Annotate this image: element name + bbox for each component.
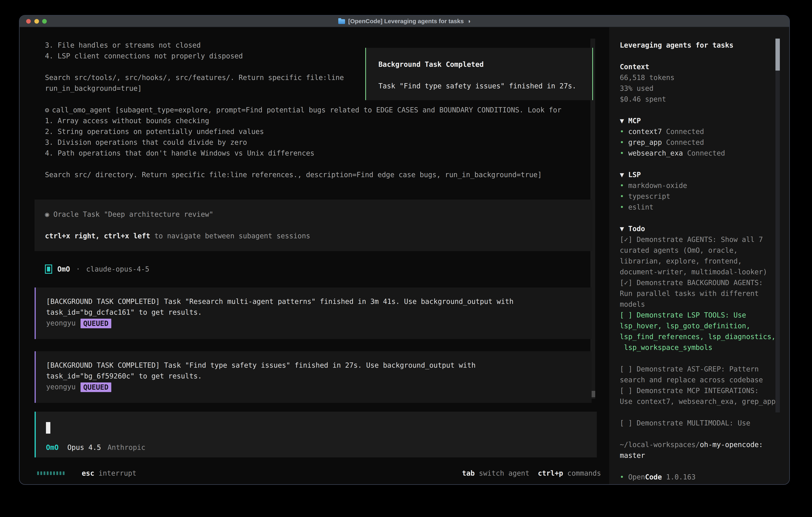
activity-dots <box>37 468 64 479</box>
workspace-branch: master <box>620 450 645 461</box>
todo-item-line: [✓] Demonstrate AGENTS: Show all 7 <box>620 234 782 245</box>
toast-body: Task "Find type safety issues" finished … <box>378 81 576 91</box>
task-author: yeongyu <box>46 383 76 391</box>
interrupt-hint: esc interrupt <box>82 468 137 479</box>
todo-item-line: Run parallel tasks with different <box>620 288 782 299</box>
tool-call-line: ⚙call_omo_agent [subagent_type=explore, … <box>45 105 561 115</box>
status-badge: QUEUED <box>81 382 111 392</box>
sidebar-scrollbar-thumb[interactable] <box>776 38 780 71</box>
tool-call-line: 4. Path operations that don't handle Win… <box>45 148 315 159</box>
terminal-line: 3. File handles or streams not closed <box>45 40 201 51</box>
lsp-item: • typescript <box>620 191 670 202</box>
todo-item-line: [ ] Demonstrate AST-GREP: Pattern <box>620 364 782 375</box>
separator-dot: · <box>76 265 80 273</box>
todo-item-line: [✓] Demonstrate BACKGROUND AGENTS: <box>620 277 782 288</box>
todo-section-heading[interactable]: ▼ Todo <box>620 223 645 234</box>
todo-item-line-active: [ ] Demonstrate LSP TOOLS: Use <box>620 310 782 321</box>
status-dot-icon: • <box>620 149 624 157</box>
mcp-item: • websearch_exa Connected <box>620 148 725 159</box>
minimize-window-button[interactable] <box>34 19 39 24</box>
chevron-down-icon: ▼ <box>620 171 624 179</box>
terminal-line: Search src/tools/, src/hooks/, src/featu… <box>45 72 344 83</box>
toast-title: Background Task Completed <box>378 59 484 70</box>
lsp-item: • markdown-oxide <box>620 180 687 191</box>
mcp-item: • grep_app Connected <box>620 137 704 148</box>
lsp-item: • eslint <box>620 202 654 213</box>
context-used: 33% used <box>620 83 654 94</box>
todo-item-line: models <box>620 299 782 310</box>
tool-call-line: 1. Array access without bounds checking <box>45 115 209 126</box>
tool-call-line: 3. Division operations that could divide… <box>45 137 247 148</box>
task-author: yeongyu <box>46 319 76 327</box>
task-line: [BACKGROUND TASK COMPLETED] Task "Find t… <box>46 360 475 371</box>
record-icon: ◉ <box>45 210 49 218</box>
background-task-toast[interactable]: Background Task Completed Task "Find typ… <box>365 48 593 100</box>
agent-model: claude-opus-4-5 <box>86 265 149 273</box>
sidebar-scrollbar[interactable] <box>776 38 780 412</box>
chevron-down-icon: ▼ <box>620 117 624 125</box>
task-line: task_id="bg_dcfac161" to get results. <box>46 307 202 318</box>
agent-name: OmO <box>57 265 70 273</box>
lsp-section-heading[interactable]: ▼ LSP <box>620 169 641 180</box>
task-message: [BACKGROUND TASK COMPLETED] Task "Resear… <box>35 288 591 339</box>
title-bar: [OpenCode] Leveraging agents for tasks ◑ <box>20 16 789 27</box>
window-title: [OpenCode] Leveraging agents for tasks <box>348 18 464 25</box>
status-dot-icon: • <box>620 182 624 190</box>
todo-item-line-active: lsp_workspace_symbols <box>620 342 782 353</box>
task-meta: yeongyuQUEUED <box>46 318 111 328</box>
context-spent: $0.46 spent <box>620 94 666 105</box>
todo-item-line: Use context7, websearch_exa, grep_app <box>620 396 782 407</box>
todo-item-line: [ ] Demonstrate MCP INTEGRATIONS: <box>620 385 782 396</box>
mcp-section-heading[interactable]: ▼ MCP <box>620 115 641 126</box>
close-window-button[interactable] <box>26 19 31 24</box>
todo-item-line: document-writer, multimodal-looker) <box>620 267 782 277</box>
zoom-window-button[interactable] <box>42 19 47 24</box>
status-dot-icon: • <box>620 203 624 211</box>
todo-item-line-active: lsp_find_references, lsp_diagnostics, <box>620 331 782 342</box>
task-meta: yeongyuQUEUED <box>46 381 111 392</box>
status-badge: QUEUED <box>81 319 111 328</box>
todo-item-line-active: lsp_hover, lsp_goto_definition, <box>620 321 782 331</box>
oracle-task-panel: ◉ Oracle Task "Deep architecture review"… <box>35 199 592 251</box>
mcp-item: • context7 Connected <box>620 126 704 137</box>
folder-icon <box>338 19 345 24</box>
session-sidebar: Leveraging agents for tasks Context 66,5… <box>609 27 789 485</box>
session-title: Leveraging agents for tasks <box>620 40 733 51</box>
half-circle-icon: ◑ <box>467 18 470 25</box>
todo-item-line: curated agents (OmO, oracle, <box>620 245 782 256</box>
oracle-shortcut-hint: ctrl+x right, ctrl+x left to navigate be… <box>45 230 310 241</box>
agent-header: OmO · claude-opus-4-5 <box>45 264 149 274</box>
terminal-line: run_in_background=true] <box>45 83 142 94</box>
workspace-path: ~/local-workspaces/oh-my-opencode: <box>620 439 763 450</box>
text-cursor <box>46 422 50 434</box>
todo-item-line: [ ] Demonstrate MULTIMODAL: Use <box>620 418 782 429</box>
gear-icon: ⚙ <box>45 106 49 114</box>
chevron-down-icon: ▼ <box>620 225 624 233</box>
status-dot-icon: • <box>620 128 624 136</box>
task-line: [BACKGROUND TASK COMPLETED] Task "Resear… <box>46 296 514 307</box>
status-dot-icon: • <box>620 138 624 146</box>
tool-call-line: 2. String operations on potentially unde… <box>45 126 264 137</box>
todo-item-line: librarian, explore, frontend, <box>620 256 782 267</box>
opencode-terminal-window: [OpenCode] Leveraging agents for tasks ◑… <box>19 15 790 485</box>
terminal-line: 4. LSP client connections not properly d… <box>45 51 243 61</box>
agent-icon <box>45 265 52 274</box>
input-agent-label: OmO <box>46 442 59 453</box>
input-provider-label: Anthropic <box>108 442 145 453</box>
input-model-label: Opus 4.5 <box>67 442 101 453</box>
status-dot-icon: • <box>620 192 624 200</box>
task-line: task_id="bg_6f59260c" to get results. <box>46 371 202 381</box>
context-heading: Context <box>620 61 649 72</box>
shortcut-hints: tab switch agent ctrl+p commands <box>462 468 601 479</box>
todo-item-line: search and replace across codebase <box>620 375 782 385</box>
task-message: [BACKGROUND TASK COMPLETED] Task "Find t… <box>35 351 591 403</box>
oracle-task-header: ◉ Oracle Task "Deep architecture review" <box>45 209 213 220</box>
status-dot-icon: • <box>620 473 624 481</box>
version-line: • OpenCode 1.0.163 <box>620 472 696 483</box>
tool-call-line: Search src/ directory. Return specific f… <box>45 169 542 180</box>
prompt-input[interactable]: OmO Opus 4.5 Anthropic <box>35 412 597 457</box>
context-tokens: 66,518 tokens <box>620 72 674 83</box>
